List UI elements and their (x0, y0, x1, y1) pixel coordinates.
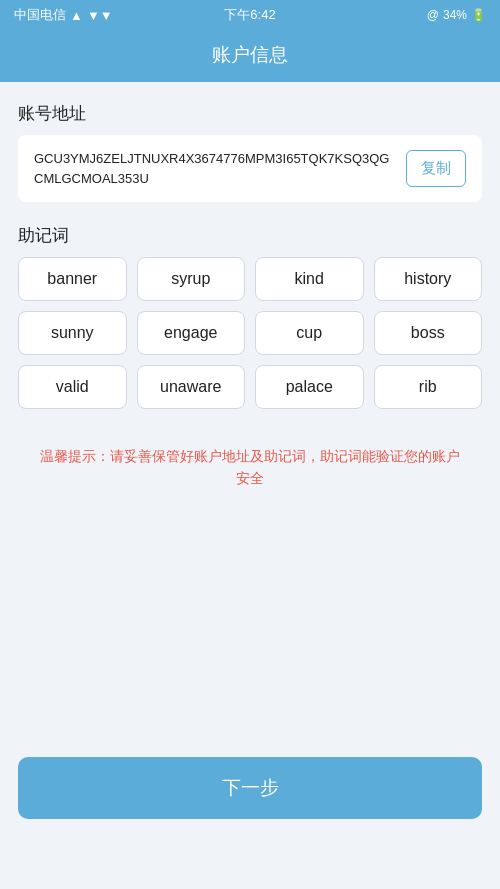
account-section: 账号地址 GCU3YMJ6ZELJTNUXR4X3674776MPM3I65TQ… (18, 102, 482, 224)
mnemonic-word-11: rib (374, 365, 483, 409)
location-icon: @ (427, 8, 439, 22)
warning-text: 温馨提示：请妥善保管好账户地址及助记词，助记词能验证您的账户安全 (18, 435, 482, 500)
mnemonic-word-8: valid (18, 365, 127, 409)
mnemonic-word-10: palace (255, 365, 364, 409)
status-bar: 中国电信 ▲ ▼▼ 下午6:42 @ 34% 🔋 (0, 0, 500, 30)
mnemonic-word-2: kind (255, 257, 364, 301)
next-button[interactable]: 下一步 (18, 757, 482, 819)
wifi-icon: ▲ (70, 8, 83, 23)
mnemonic-grid: bannersyrupkindhistorysunnyengagecupboss… (18, 257, 482, 409)
account-address: GCU3YMJ6ZELJTNUXR4X3674776MPM3I65TQK7KSQ… (34, 149, 394, 188)
account-card: GCU3YMJ6ZELJTNUXR4X3674776MPM3I65TQK7KSQ… (18, 135, 482, 202)
mnemonic-word-4: sunny (18, 311, 127, 355)
mnemonic-label: 助记词 (18, 224, 482, 247)
time-text: 下午6:42 (224, 7, 275, 22)
mnemonic-section: 助记词 bannersyrupkindhistorysunnyengagecup… (18, 224, 482, 409)
mnemonic-word-5: engage (137, 311, 246, 355)
carrier-text: 中国电信 (14, 6, 66, 24)
account-label: 账号地址 (18, 102, 482, 125)
page-header: 账户信息 (0, 30, 500, 82)
copy-button[interactable]: 复制 (406, 150, 466, 187)
mnemonic-word-1: syrup (137, 257, 246, 301)
signal-icon: ▼▼ (87, 8, 113, 23)
mnemonic-word-3: history (374, 257, 483, 301)
mnemonic-word-9: unaware (137, 365, 246, 409)
mnemonic-word-0: banner (18, 257, 127, 301)
mnemonic-word-6: cup (255, 311, 364, 355)
status-bar-right: @ 34% 🔋 (427, 8, 486, 22)
battery-text: 34% (443, 8, 467, 22)
main-content: 账号地址 GCU3YMJ6ZELJTNUXR4X3674776MPM3I65TQ… (0, 82, 500, 889)
status-bar-left: 中国电信 ▲ ▼▼ (14, 6, 113, 24)
mnemonic-word-7: boss (374, 311, 483, 355)
page-title: 账户信息 (212, 44, 288, 65)
battery-icon: 🔋 (471, 8, 486, 22)
